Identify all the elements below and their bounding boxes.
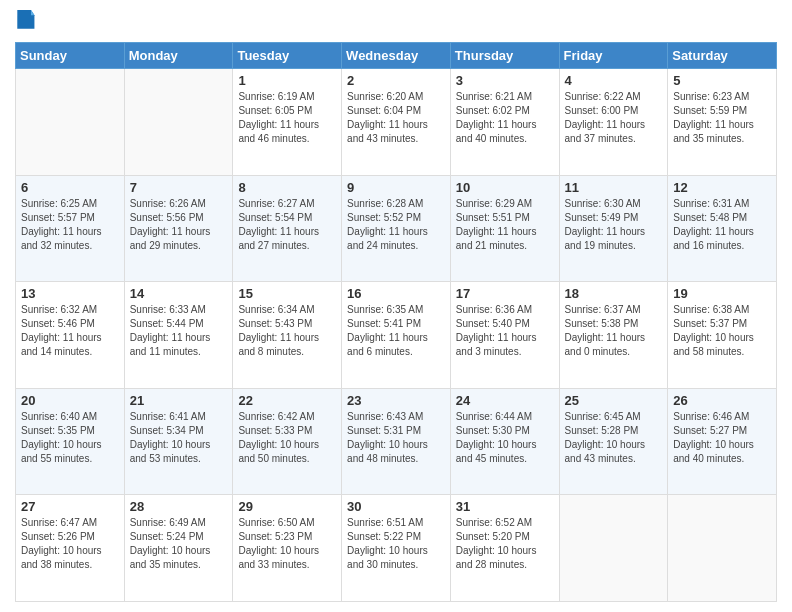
day-info: Sunrise: 6:52 AMSunset: 5:20 PMDaylight:… [456,516,554,572]
calendar-cell: 26Sunrise: 6:46 AMSunset: 5:27 PMDayligh… [668,388,777,495]
calendar-cell: 2Sunrise: 6:20 AMSunset: 6:04 PMDaylight… [342,69,451,176]
day-info: Sunrise: 6:35 AMSunset: 5:41 PMDaylight:… [347,303,445,359]
day-info: Sunrise: 6:40 AMSunset: 5:35 PMDaylight:… [21,410,119,466]
calendar-cell: 12Sunrise: 6:31 AMSunset: 5:48 PMDayligh… [668,175,777,282]
calendar-cell: 16Sunrise: 6:35 AMSunset: 5:41 PMDayligh… [342,282,451,389]
calendar-cell: 17Sunrise: 6:36 AMSunset: 5:40 PMDayligh… [450,282,559,389]
calendar-header-tuesday: Tuesday [233,43,342,69]
calendar-cell: 6Sunrise: 6:25 AMSunset: 5:57 PMDaylight… [16,175,125,282]
calendar-cell: 31Sunrise: 6:52 AMSunset: 5:20 PMDayligh… [450,495,559,602]
calendar-cell: 19Sunrise: 6:38 AMSunset: 5:37 PMDayligh… [668,282,777,389]
calendar-cell: 28Sunrise: 6:49 AMSunset: 5:24 PMDayligh… [124,495,233,602]
calendar-cell: 9Sunrise: 6:28 AMSunset: 5:52 PMDaylight… [342,175,451,282]
day-info: Sunrise: 6:26 AMSunset: 5:56 PMDaylight:… [130,197,228,253]
day-number: 21 [130,393,228,408]
calendar-header-wednesday: Wednesday [342,43,451,69]
day-info: Sunrise: 6:20 AMSunset: 6:04 PMDaylight:… [347,90,445,146]
day-number: 28 [130,499,228,514]
calendar-week-row: 20Sunrise: 6:40 AMSunset: 5:35 PMDayligh… [16,388,777,495]
calendar-cell: 14Sunrise: 6:33 AMSunset: 5:44 PMDayligh… [124,282,233,389]
calendar-week-row: 27Sunrise: 6:47 AMSunset: 5:26 PMDayligh… [16,495,777,602]
day-number: 2 [347,73,445,88]
calendar-cell: 23Sunrise: 6:43 AMSunset: 5:31 PMDayligh… [342,388,451,495]
day-info: Sunrise: 6:37 AMSunset: 5:38 PMDaylight:… [565,303,663,359]
logo-icon [15,10,35,34]
day-info: Sunrise: 6:50 AMSunset: 5:23 PMDaylight:… [238,516,336,572]
day-info: Sunrise: 6:38 AMSunset: 5:37 PMDaylight:… [673,303,771,359]
day-info: Sunrise: 6:19 AMSunset: 6:05 PMDaylight:… [238,90,336,146]
calendar-header-thursday: Thursday [450,43,559,69]
day-info: Sunrise: 6:33 AMSunset: 5:44 PMDaylight:… [130,303,228,359]
calendar-cell [559,495,668,602]
calendar-header-row: SundayMondayTuesdayWednesdayThursdayFrid… [16,43,777,69]
day-number: 14 [130,286,228,301]
day-info: Sunrise: 6:22 AMSunset: 6:00 PMDaylight:… [565,90,663,146]
calendar-cell: 8Sunrise: 6:27 AMSunset: 5:54 PMDaylight… [233,175,342,282]
calendar-cell [124,69,233,176]
calendar-table: SundayMondayTuesdayWednesdayThursdayFrid… [15,42,777,602]
calendar-cell: 4Sunrise: 6:22 AMSunset: 6:00 PMDaylight… [559,69,668,176]
day-number: 3 [456,73,554,88]
day-number: 19 [673,286,771,301]
calendar-cell: 1Sunrise: 6:19 AMSunset: 6:05 PMDaylight… [233,69,342,176]
header [15,10,777,34]
calendar-week-row: 1Sunrise: 6:19 AMSunset: 6:05 PMDaylight… [16,69,777,176]
day-info: Sunrise: 6:41 AMSunset: 5:34 PMDaylight:… [130,410,228,466]
calendar-cell: 11Sunrise: 6:30 AMSunset: 5:49 PMDayligh… [559,175,668,282]
day-info: Sunrise: 6:36 AMSunset: 5:40 PMDaylight:… [456,303,554,359]
day-number: 17 [456,286,554,301]
calendar-cell: 25Sunrise: 6:45 AMSunset: 5:28 PMDayligh… [559,388,668,495]
day-info: Sunrise: 6:42 AMSunset: 5:33 PMDaylight:… [238,410,336,466]
svg-marker-1 [31,10,34,15]
day-number: 9 [347,180,445,195]
calendar-cell: 10Sunrise: 6:29 AMSunset: 5:51 PMDayligh… [450,175,559,282]
calendar-week-row: 13Sunrise: 6:32 AMSunset: 5:46 PMDayligh… [16,282,777,389]
calendar-cell: 18Sunrise: 6:37 AMSunset: 5:38 PMDayligh… [559,282,668,389]
day-number: 26 [673,393,771,408]
day-number: 10 [456,180,554,195]
calendar-cell: 27Sunrise: 6:47 AMSunset: 5:26 PMDayligh… [16,495,125,602]
calendar-cell: 20Sunrise: 6:40 AMSunset: 5:35 PMDayligh… [16,388,125,495]
day-number: 1 [238,73,336,88]
day-info: Sunrise: 6:31 AMSunset: 5:48 PMDaylight:… [673,197,771,253]
day-number: 5 [673,73,771,88]
day-number: 31 [456,499,554,514]
calendar-header-sunday: Sunday [16,43,125,69]
day-number: 23 [347,393,445,408]
day-number: 30 [347,499,445,514]
day-number: 24 [456,393,554,408]
calendar-cell: 7Sunrise: 6:26 AMSunset: 5:56 PMDaylight… [124,175,233,282]
calendar-cell: 13Sunrise: 6:32 AMSunset: 5:46 PMDayligh… [16,282,125,389]
day-info: Sunrise: 6:25 AMSunset: 5:57 PMDaylight:… [21,197,119,253]
day-info: Sunrise: 6:49 AMSunset: 5:24 PMDaylight:… [130,516,228,572]
day-number: 25 [565,393,663,408]
calendar-header-monday: Monday [124,43,233,69]
day-info: Sunrise: 6:44 AMSunset: 5:30 PMDaylight:… [456,410,554,466]
calendar-week-row: 6Sunrise: 6:25 AMSunset: 5:57 PMDaylight… [16,175,777,282]
calendar-header-friday: Friday [559,43,668,69]
day-number: 11 [565,180,663,195]
day-number: 20 [21,393,119,408]
day-number: 13 [21,286,119,301]
logo [15,10,39,34]
day-info: Sunrise: 6:47 AMSunset: 5:26 PMDaylight:… [21,516,119,572]
day-info: Sunrise: 6:29 AMSunset: 5:51 PMDaylight:… [456,197,554,253]
day-number: 8 [238,180,336,195]
day-info: Sunrise: 6:28 AMSunset: 5:52 PMDaylight:… [347,197,445,253]
day-info: Sunrise: 6:21 AMSunset: 6:02 PMDaylight:… [456,90,554,146]
day-number: 18 [565,286,663,301]
day-number: 7 [130,180,228,195]
calendar-cell [668,495,777,602]
day-info: Sunrise: 6:32 AMSunset: 5:46 PMDaylight:… [21,303,119,359]
day-number: 15 [238,286,336,301]
calendar-cell: 29Sunrise: 6:50 AMSunset: 5:23 PMDayligh… [233,495,342,602]
calendar-header-saturday: Saturday [668,43,777,69]
day-info: Sunrise: 6:27 AMSunset: 5:54 PMDaylight:… [238,197,336,253]
calendar-cell: 21Sunrise: 6:41 AMSunset: 5:34 PMDayligh… [124,388,233,495]
day-number: 4 [565,73,663,88]
calendar-cell: 22Sunrise: 6:42 AMSunset: 5:33 PMDayligh… [233,388,342,495]
day-number: 27 [21,499,119,514]
day-number: 16 [347,286,445,301]
day-info: Sunrise: 6:30 AMSunset: 5:49 PMDaylight:… [565,197,663,253]
day-number: 6 [21,180,119,195]
